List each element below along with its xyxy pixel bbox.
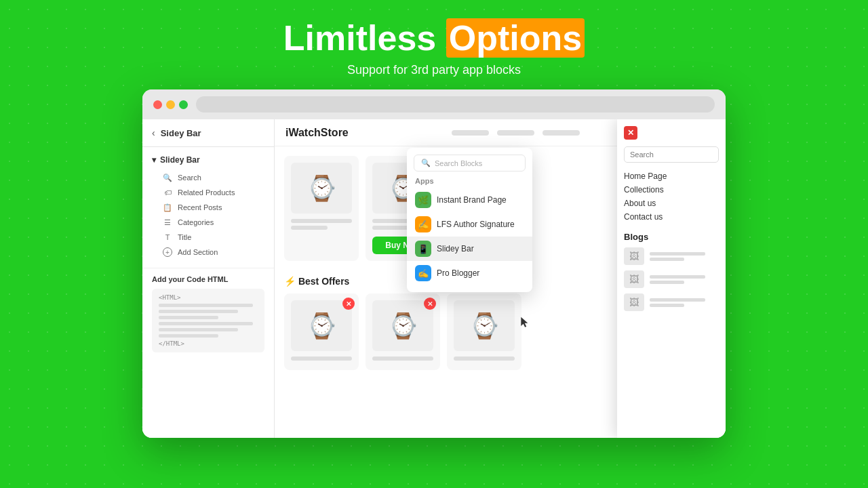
slidey-overlay: ✕ Home Page Collections About us Contact… [617,119,726,438]
hero-title-highlight: Options [446,18,585,58]
code-line-6 [159,334,218,338]
blog-lines-1 [650,250,719,263]
app-item-lfs-label: LFS Author Signature [437,220,515,229]
blogs-title: Blogs [624,232,719,242]
close-button[interactable]: ✕ [624,126,637,140]
blog-item-1: 🖼 [624,247,719,265]
apps-label: Apps [407,177,532,188]
browser-window: ‹ Sidey Bar ▾ Slidey Bar 🔍 Search 🏷 Rela… [142,89,726,438]
editor-item-search[interactable]: 🔍 Search [152,170,264,185]
section-name: Slidey Bar [160,155,200,165]
search-icon: 🔍 [163,173,172,182]
lfs-author-icon: ✍ [415,216,431,232]
nav-contact[interactable]: Contact us [624,210,719,224]
watch-image-1: ⌚ [307,174,337,203]
slidey-nav: Home Page Collections About us Contact u… [624,169,719,224]
add-section-item[interactable]: + Add Section [152,245,264,260]
slidey-search-input[interactable] [624,146,719,163]
editor-sidebar-header: ‹ Sidey Bar [142,119,274,147]
chevron-down-icon: ▾ [152,155,156,165]
section-header: ▾ Slidey Bar [152,155,264,165]
app-item-instant[interactable]: 🌿 Instant Brand Page [407,188,532,212]
nav-collections[interactable]: Collections [624,183,719,197]
app-item-slidey-label: Slidey Bar [437,244,474,253]
product-card-1: ⌚ [284,156,359,261]
search-blocks-icon: 🔍 [421,159,431,167]
code-line-2 [159,310,238,313]
browser-content: ‹ Sidey Bar ▾ Slidey Bar 🔍 Search 🏷 Rela… [142,119,726,438]
instant-brand-icon: 🌿 [415,192,431,208]
blog-lines-2 [650,273,719,286]
editor-item-search-label: Search [178,174,201,182]
code-section-title: Add your Code HTML [152,275,264,283]
nav-item-3 [542,130,580,136]
offer-watch-3: ⌚ [469,312,500,340]
offer-line-1 [291,357,352,361]
discount-badge-1: ✕ [342,298,355,310]
close-dot[interactable] [153,100,162,109]
editor-sidebar: ‹ Sidey Bar ▾ Slidey Bar 🔍 Search 🏷 Rela… [142,119,275,438]
slidey-bar-icon: 📱 [415,241,431,257]
offer-image-3: ⌚ [454,300,515,351]
product-line-1 [291,219,352,223]
offer-image-1: ⌚ [291,300,352,351]
code-line-5 [159,328,238,331]
nav-about[interactable]: About us [624,197,719,210]
menu-icon: ☰ [163,218,172,227]
blog-image-2: 🖼 [624,270,644,288]
browser-urlbar[interactable] [196,96,715,113]
editor-item-recent-posts[interactable]: 📋 Recent Posts [152,200,264,215]
editor-item-title[interactable]: T Title [152,230,264,245]
blog-line-3 [650,275,705,279]
nav-home[interactable]: Home Page [624,169,719,183]
plus-icon: + [163,247,172,257]
maximize-dot[interactable] [179,100,188,109]
back-arrow[interactable]: ‹ [152,127,155,138]
editor-sidebar-title: Sidey Bar [161,128,201,138]
offer-card-3: ⌚ [447,293,521,370]
list-icon: 📋 [163,203,172,212]
app-item-lfs[interactable]: ✍ LFS Author Signature [407,212,532,237]
text-icon: T [163,232,172,242]
code-block: <HTML> </HTML> [152,289,264,352]
app-blocks-dropdown: 🔍 Search Blocks Apps 🌿 Instant Brand Pag… [407,148,532,292]
offer-card-1: ✕ ⌚ [284,293,359,370]
code-line-1 [159,304,253,307]
code-section: Add your Code HTML <HTML> </HTML> [142,268,274,359]
app-item-problogger[interactable]: ✍ Pro Blogger [407,261,532,285]
minimize-dot[interactable] [166,100,175,109]
browser-titlebar [142,89,726,119]
shop-logo: iWatchStore [285,127,349,139]
blog-line-5 [650,298,705,302]
nav-item-1 [452,130,489,136]
editor-item-related-label: Related Products [178,188,235,197]
editor-item-title-label: Title [178,233,191,241]
add-section-label: Add Section [178,248,218,256]
nav-item-2 [497,130,534,136]
offer-watch-1: ⌚ [307,312,337,340]
product-line-2 [291,226,328,230]
editor-item-related[interactable]: 🏷 Related Products [152,185,264,200]
offer-card-2: ✕ ⌚ [366,293,440,370]
editor-item-recent-label: Recent Posts [178,203,222,211]
blog-line-1 [650,252,705,256]
offer-line-3 [454,357,515,361]
code-close-tag: </HTML> [159,340,258,347]
hero-title-part1: Limitless [283,18,446,58]
discount-badge-2: ✕ [424,298,436,310]
editor-item-categories[interactable]: ☰ Categories [152,215,264,230]
hero-subtitle: Support for 3rd party app blocks [283,63,585,77]
pro-blogger-icon: ✍ [415,265,431,281]
search-blocks-placeholder: Search Blocks [435,159,482,167]
blog-lines-3 [650,296,719,309]
product-image-1: ⌚ [291,163,352,214]
blog-item-3: 🖼 [624,293,719,311]
app-item-slidey[interactable]: 📱 Slidey Bar [407,237,532,261]
search-blocks-container: 🔍 Search Blocks [414,155,526,171]
editor-section: ▾ Slidey Bar 🔍 Search 🏷 Related Products… [142,147,274,268]
blog-image-3: 🖼 [624,293,644,311]
offer-line-2 [372,357,433,361]
product-line-4 [372,226,409,230]
blog-image-1: 🖼 [624,247,644,265]
browser-dots [153,100,188,109]
